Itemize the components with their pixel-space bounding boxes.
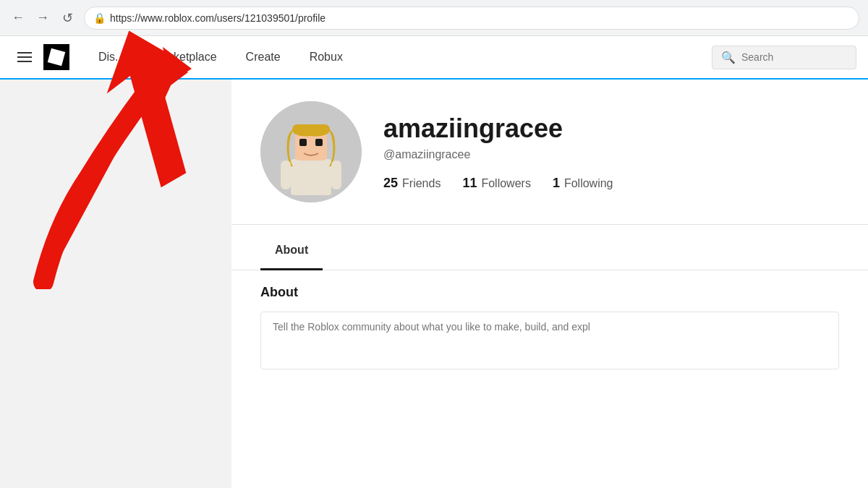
followers-count: 11: [462, 176, 477, 191]
friends-count: 25: [383, 176, 398, 191]
forward-button[interactable]: →: [33, 9, 52, 27]
friends-label: Friends: [402, 177, 441, 190]
hamburger-line-3: [17, 61, 32, 62]
lock-icon: 🔒: [93, 12, 106, 24]
search-box[interactable]: 🔍: [712, 46, 856, 69]
avatar-image: [260, 101, 362, 202]
nav-links: Dis... Marketplace Create Robux: [84, 36, 357, 78]
search-input[interactable]: [741, 51, 847, 63]
browser-chrome: ← → ↺ 🔒 https://www.roblox.com/users/121…: [0, 0, 868, 36]
following-count: 1: [553, 176, 560, 191]
tab-about[interactable]: About: [260, 232, 323, 270]
profile-area: amaziingracee @amaziingracee 25 Friends …: [231, 80, 868, 488]
profile-info: amaziingracee @amaziingracee 25 Friends …: [383, 114, 839, 191]
profile-header: amaziingracee @amaziingracee 25 Friends …: [231, 80, 868, 225]
hamburger-menu-button[interactable]: [12, 46, 38, 68]
svg-rect-8: [315, 139, 323, 146]
back-button[interactable]: ←: [9, 9, 27, 27]
main-content: amaziingracee @amaziingracee 25 Friends …: [0, 80, 868, 488]
profile-username: amaziingracee: [383, 114, 839, 144]
roblox-logo[interactable]: [43, 44, 69, 70]
tabs-bar: About: [231, 232, 868, 270]
about-section: About: [231, 270, 868, 387]
followers-label: Followers: [481, 177, 530, 190]
hamburger-line-2: [17, 56, 32, 58]
friends-stat: 25 Friends: [383, 176, 441, 191]
left-panel: [0, 80, 231, 488]
svg-rect-7: [299, 139, 307, 146]
nav-robux-link[interactable]: Robux: [295, 36, 357, 78]
browser-nav: ← → ↺: [9, 9, 77, 27]
followers-stat: 11 Followers: [462, 176, 531, 191]
following-stat: 1 Following: [553, 176, 613, 191]
nav-marketplace-link[interactable]: Marketplace: [139, 36, 231, 78]
address-bar[interactable]: 🔒 https://www.roblox.com/users/121039501…: [84, 7, 859, 30]
avatar: [260, 101, 362, 202]
nav-discover-link[interactable]: Dis...: [84, 36, 139, 78]
url-text: https://www.roblox.com/users/121039501/p…: [110, 12, 326, 24]
svg-rect-4: [291, 159, 331, 195]
following-label: Following: [564, 177, 613, 190]
svg-rect-10: [331, 160, 341, 189]
svg-rect-9: [281, 160, 291, 189]
nav-create-link[interactable]: Create: [231, 36, 295, 78]
roblox-navbar: Dis... Marketplace Create Robux 🔍: [0, 36, 868, 80]
roblox-logo-icon: [48, 48, 65, 66]
hamburger-line-1: [17, 52, 32, 53]
about-textarea[interactable]: [260, 312, 839, 369]
profile-stats: 25 Friends 11 Followers 1 Following: [383, 176, 839, 191]
search-icon: 🔍: [721, 51, 736, 64]
reload-button[interactable]: ↺: [58, 9, 77, 27]
profile-handle: @amaziingracee: [383, 148, 839, 161]
tabs-section: About: [231, 232, 868, 270]
about-title: About: [260, 285, 839, 300]
